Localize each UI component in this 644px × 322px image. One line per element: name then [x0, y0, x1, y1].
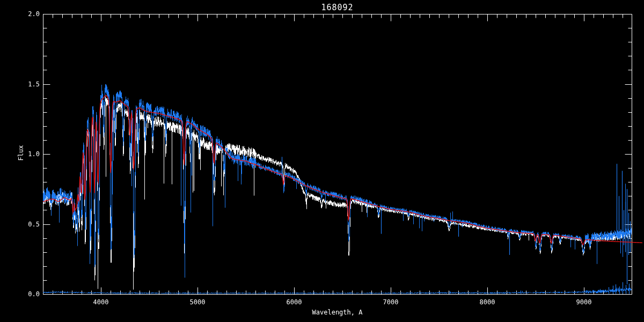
x-tick-label: 6000	[278, 298, 310, 306]
x-axis-title: Wavelength, A	[43, 309, 632, 316]
x-tick-label: 8000	[471, 298, 503, 306]
x-tick-label: 4000	[85, 298, 117, 306]
spectrum-plot-canvas	[0, 0, 644, 322]
y-tick-label: 1.5	[15, 80, 40, 88]
y-tick-label: 2.0	[15, 10, 40, 18]
y-tick-label: 0.5	[15, 221, 40, 228]
chart-title: 168092	[43, 3, 632, 12]
y-tick-label: 0.0	[15, 290, 40, 298]
x-tick-label: 7000	[375, 298, 407, 306]
spectral-plot-figure: 168092 Wavelength, A Flux 40005000600070…	[0, 0, 644, 322]
y-tick-label: 1.0	[15, 150, 40, 158]
x-tick-label: 5000	[181, 298, 214, 306]
x-tick-label: 9000	[568, 298, 600, 306]
